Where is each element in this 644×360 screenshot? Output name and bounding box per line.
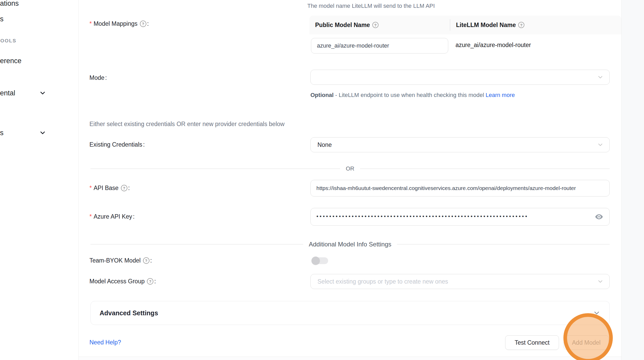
chevron-down-icon [593,309,601,317]
sidebar-item-organizations[interactable]: ations [0,0,19,8]
sidebar-item-settings[interactable]: s [0,129,4,137]
sidebar-item-experimental[interactable]: ental [0,89,15,97]
chevron-down-icon [597,74,604,81]
existing-credentials-label: Existing Credentials: [89,141,145,148]
page-right-gutter [621,0,644,360]
add-model-button[interactable]: Add Model [564,335,609,350]
question-circle-icon[interactable]: ? [518,22,524,28]
sidebar-section-tools: TOOLS [0,38,16,44]
mode-helper-text: Optional- LiteLLM endpoint to use when h… [310,90,530,100]
model-mappings-table: Public Model Name ? LiteLLM Model Name ?… [309,16,621,76]
litellm-model-name-helper: The model name LiteLLM will send to the … [307,3,435,9]
test-connect-button[interactable]: Test Connect [505,335,559,350]
model-mappings-label: * Model Mappings ? : [89,20,149,27]
required-asterisk: * [89,185,92,192]
question-circle-icon[interactable]: ? [121,185,127,191]
advanced-settings-title: Advanced Settings [100,309,593,317]
required-asterisk: * [89,20,92,27]
credentials-note: Either select existing credentials OR en… [89,121,284,128]
mode-select[interactable] [310,70,610,85]
advanced-settings-panel[interactable]: Advanced Settings [90,301,610,325]
chevron-down-icon [39,89,46,97]
existing-credentials-select[interactable]: None [310,137,610,152]
existing-credentials-value: None [317,141,332,148]
chevron-down-icon [39,129,46,136]
question-circle-icon[interactable]: ? [143,257,149,264]
masked-api-key: ••••••••••••••••••••••••••••••••••••••••… [316,213,591,219]
mode-label: Mode: [89,74,107,81]
sidebar-item-reference[interactable]: erence [0,57,22,65]
azure-api-key-label: * Azure API Key : [89,213,135,220]
eye-icon[interactable] [594,212,604,221]
litellm-model-name-value: azure_ai/azure-model-router [456,42,531,49]
column-header-public-model-name: Public Model Name ? [309,22,450,29]
need-help-link[interactable]: Need Help? [89,339,121,346]
required-asterisk: * [89,213,92,220]
chevron-down-icon [597,278,604,285]
model-mappings-table-header: Public Model Name ? LiteLLM Model Name ? [309,16,621,34]
model-access-group-select[interactable]: Select existing groups or type to create… [310,274,610,289]
additional-settings-divider: Additional Model Info Settings [90,241,610,248]
sidebar-item[interactable]: s [0,15,4,23]
or-divider: OR [90,165,610,172]
chevron-down-icon [597,141,604,148]
api-base-label: * API Base ? : [89,185,130,192]
toggle-knob [311,257,320,265]
add-model-page: ations s TOOLS erence ental s The model … [0,0,644,360]
api-base-input[interactable] [310,180,610,197]
question-circle-icon[interactable]: ? [372,22,379,28]
column-header-litellm-model-name: LiteLLM Model Name ? [450,19,621,31]
learn-more-link[interactable]: Learn more [486,92,515,98]
model-access-group-placeholder: Select existing groups or type to create… [317,278,448,285]
question-circle-icon[interactable]: ? [147,278,153,285]
team-byok-label: Team-BYOK Model ? : [89,257,152,264]
azure-api-key-input[interactable]: ••••••••••••••••••••••••••••••••••••••••… [310,208,610,226]
public-model-name-input[interactable] [311,38,448,54]
model-access-group-label: Model Access Group ? : [89,278,156,285]
team-byok-toggle[interactable] [311,257,329,265]
card-bottom-edge [79,357,621,360]
sidebar: ations s TOOLS erence ental s [0,0,79,360]
question-circle-icon[interactable]: ? [140,21,146,27]
